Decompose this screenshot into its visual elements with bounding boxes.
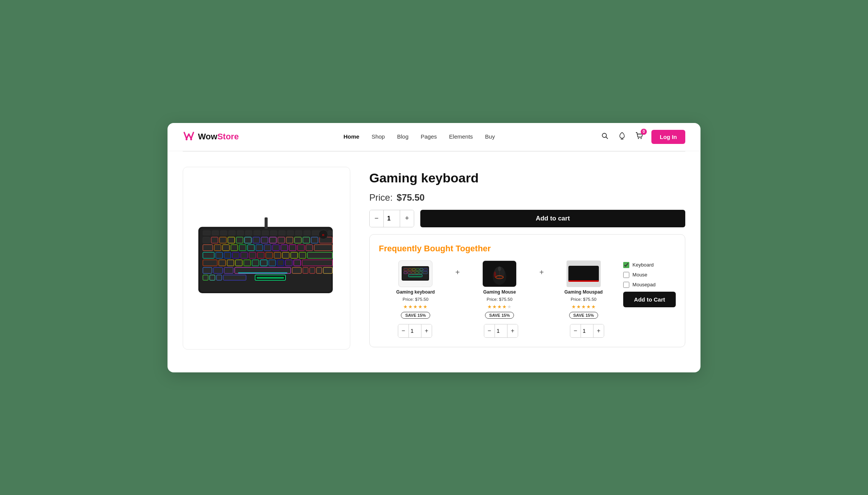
svg-rect-55 — [314, 245, 332, 251]
svg-rect-87 — [303, 267, 308, 273]
svg-rect-43 — [214, 245, 221, 251]
svg-rect-62 — [257, 252, 264, 259]
fbt-qty-1-increase[interactable]: + — [421, 324, 432, 337]
svg-rect-89 — [316, 267, 322, 273]
svg-rect-94 — [223, 275, 246, 280]
qty-decrease-button[interactable]: − — [370, 210, 383, 227]
svg-rect-57 — [216, 252, 223, 259]
svg-rect-69 — [203, 260, 217, 266]
svg-rect-92 — [210, 275, 215, 280]
svg-rect-52 — [289, 245, 296, 251]
logo[interactable]: WowStore — [183, 130, 239, 144]
quantity-control: − + — [369, 210, 414, 227]
fbt-checkbox-keyboard-input[interactable] — [623, 262, 629, 268]
fbt-add-to-cart-button[interactable]: Add to Cart — [623, 292, 676, 307]
wishlist-button[interactable] — [616, 130, 628, 144]
svg-rect-38 — [295, 237, 302, 243]
svg-rect-73 — [244, 260, 251, 266]
fbt-checkbox-mousepad[interactable]: Mousepad — [623, 282, 676, 288]
fbt-product-2-stars: ★ ★ ★ ★ ★ — [487, 304, 512, 310]
svg-rect-107 — [404, 271, 407, 274]
nav-home[interactable]: Home — [343, 133, 359, 140]
nav-blog[interactable]: Blog — [397, 133, 408, 140]
svg-rect-20 — [279, 231, 286, 235]
nav-links: Home Shop Blog Pages Elements Buy — [343, 133, 495, 140]
product-image-container: R — [183, 167, 350, 350]
nav-actions: 0 Log In — [600, 130, 685, 144]
fbt-product-3-name: Gaming Mouspad — [565, 289, 603, 295]
fbt-product-3: Gaming Mouspad Price: $75.50 ★ ★ ★ ★ ★ S… — [547, 260, 620, 319]
product-title: Gaming keyboard — [369, 171, 685, 185]
login-button[interactable]: Log In — [651, 130, 685, 144]
navbar: WowStore Home Shop Blog Pages Elements B… — [168, 123, 700, 151]
add-to-cart-button[interactable]: Add to cart — [420, 210, 685, 227]
fbt-product-3-stars: ★ ★ ★ ★ ★ — [571, 304, 596, 310]
search-icon — [601, 132, 609, 140]
svg-rect-10 — [265, 217, 268, 229]
svg-rect-103 — [412, 268, 415, 271]
logo-icon — [183, 130, 195, 144]
fbt-checkbox-mouse-input[interactable] — [623, 272, 629, 278]
nav-elements[interactable]: Elements — [449, 133, 473, 140]
fbt-checkbox-keyboard[interactable]: Keyboard — [623, 262, 676, 268]
fbt-qty-2-input[interactable] — [495, 324, 507, 337]
fbt-plus-1: + — [455, 268, 460, 277]
svg-rect-80 — [302, 260, 332, 266]
fbt-checkbox-mouse[interactable]: Mouse — [623, 272, 676, 278]
svg-rect-35 — [270, 237, 276, 243]
svg-rect-47 — [247, 245, 254, 251]
search-button[interactable] — [600, 131, 610, 143]
cart-count: 0 — [641, 129, 647, 135]
svg-rect-26 — [328, 231, 332, 235]
fbt-product-1-price: Price: $75.50 — [403, 297, 429, 302]
svg-line-3 — [606, 137, 608, 139]
cart-button[interactable]: 0 — [634, 130, 645, 144]
nav-shop[interactable]: Shop — [372, 133, 385, 140]
svg-rect-122 — [568, 280, 599, 282]
fbt-qty-3-increase[interactable]: + — [594, 324, 604, 337]
svg-rect-32 — [244, 237, 251, 243]
svg-point-6 — [638, 138, 639, 139]
fbt-checkbox-mousepad-input[interactable] — [623, 282, 629, 288]
svg-rect-27 — [203, 237, 210, 243]
fbt-qty-2-increase[interactable]: + — [507, 324, 518, 337]
svg-rect-30 — [228, 237, 235, 243]
svg-rect-101 — [404, 268, 408, 271]
svg-rect-53 — [298, 245, 305, 251]
fbt-qty-3-input[interactable] — [581, 324, 594, 337]
fbt-qty-3-decrease[interactable]: − — [570, 324, 581, 337]
svg-rect-36 — [278, 237, 285, 243]
keyboard-svg: R — [195, 216, 338, 299]
qty-increase-button[interactable]: + — [400, 210, 414, 227]
svg-rect-78 — [286, 260, 292, 266]
nav-pages[interactable]: Pages — [421, 133, 437, 140]
svg-rect-114 — [410, 276, 421, 277]
svg-rect-93 — [217, 275, 222, 280]
fbt-product-1-name: Gaming keyboard — [396, 289, 435, 295]
svg-rect-33 — [253, 237, 260, 243]
svg-rect-50 — [273, 245, 279, 251]
svg-rect-63 — [266, 252, 273, 259]
fbt-qty-1-decrease[interactable]: − — [398, 324, 408, 337]
svg-rect-67 — [299, 252, 306, 259]
fbt-qty-2-decrease[interactable]: − — [484, 324, 495, 337]
svg-rect-39 — [303, 237, 310, 243]
svg-rect-64 — [274, 252, 281, 259]
main-content: R Gaming keyboard Price: $75.50 − + Add … — [168, 152, 700, 372]
svg-rect-58 — [224, 252, 231, 259]
nav-buy[interactable]: Buy — [485, 133, 495, 140]
svg-rect-23 — [303, 231, 310, 235]
fbt-mousepad-img — [566, 260, 601, 287]
fbt-qty-1-input[interactable] — [408, 324, 421, 337]
fbt-title: Frequently Bought Together — [379, 244, 676, 254]
svg-rect-19 — [270, 231, 277, 235]
svg-rect-18 — [262, 231, 269, 235]
fbt-product-2-save: SAVE 15% — [485, 312, 514, 319]
svg-rect-102 — [408, 268, 412, 271]
fbt-qty-2: − + — [484, 324, 518, 338]
fbt-product-3-save: SAVE 15% — [569, 312, 598, 319]
svg-rect-42 — [203, 245, 213, 251]
svg-point-118 — [498, 267, 501, 271]
product-image: R — [195, 216, 338, 300]
qty-input[interactable] — [383, 210, 400, 227]
